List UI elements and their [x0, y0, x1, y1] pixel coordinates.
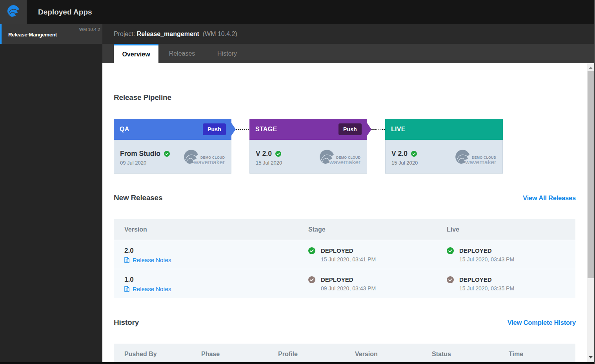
svg-text:wavemaker: wavemaker [193, 159, 225, 165]
svg-text:wavemaker: wavemaker [329, 159, 360, 165]
svg-text:wavemaker: wavemaker [465, 159, 496, 165]
